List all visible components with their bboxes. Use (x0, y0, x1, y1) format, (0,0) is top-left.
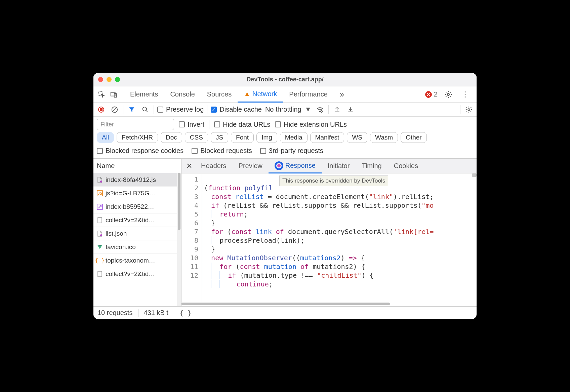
json-file-icon (97, 231, 103, 237)
close-detail-icon[interactable]: ✕ (184, 162, 195, 170)
subtab-initiator[interactable]: Initiator (322, 159, 356, 173)
pretty-print-icon[interactable]: { } (179, 309, 192, 317)
third-party-checkbox[interactable]: 3rd-party requests (260, 147, 323, 155)
tab-performance[interactable]: Performance (283, 86, 334, 102)
request-row[interactable]: index-b859522… (93, 200, 181, 213)
request-row[interactable]: favicon.ico (93, 240, 181, 253)
svg-rect-15 (98, 218, 102, 223)
invert-checkbox[interactable]: Invert (179, 121, 204, 128)
disable-cache-checkbox[interactable]: Disable cache (211, 106, 262, 113)
hide-data-label: Hide data URLs (223, 121, 270, 128)
subtab-response[interactable]: Response (269, 159, 322, 173)
network-settings-icon[interactable] (464, 105, 474, 115)
blocked-requests-checkbox[interactable]: Blocked requests (192, 147, 252, 155)
request-name: favicon.ico (106, 243, 136, 251)
subtab-preview[interactable]: Preview (233, 159, 269, 173)
svg-text:JS: JS (97, 191, 102, 196)
network-conditions-icon[interactable] (315, 105, 325, 115)
devtools-window: DevTools - coffee-cart.app/ Elements Con… (93, 73, 477, 319)
filter-other[interactable]: Other (401, 132, 427, 143)
filter-doc[interactable]: Doc (161, 132, 182, 143)
filter-fetchxhr[interactable]: Fetch/XHR (117, 132, 158, 143)
svg-point-10 (468, 109, 470, 111)
subtab-timing[interactable]: Timing (356, 159, 388, 173)
request-row[interactable]: list.json (93, 227, 181, 240)
request-list: index-8bfa4912.js JS js?id=G-LB75G… inde… (93, 173, 181, 306)
search-icon[interactable] (140, 105, 150, 115)
response-code-view[interactable]: 123456789101112 (function polyfil const … (181, 173, 477, 306)
svg-point-9 (320, 110, 322, 112)
filter-css[interactable]: CSS (185, 132, 208, 143)
request-row[interactable]: index-8bfa4912.js (93, 173, 181, 186)
blocked-req-label: Blocked requests (200, 147, 252, 155)
network-toolbar: Preserve log Disable cache No throttling… (93, 103, 477, 117)
separator (460, 105, 460, 114)
svg-point-8 (319, 111, 320, 112)
filter-all[interactable]: All (97, 132, 114, 143)
filter-input[interactable]: Filter (97, 119, 174, 130)
extra-filter-row: Blocked response cookies Blocked request… (93, 145, 477, 158)
name-column-header[interactable]: Name (93, 159, 181, 173)
request-name: topics-taxonom… (106, 257, 155, 264)
doc-file-icon (97, 217, 103, 223)
filter-img[interactable]: Img (256, 132, 277, 143)
separator (209, 120, 209, 129)
error-count[interactable]: ✕ 2 (425, 90, 438, 98)
request-row[interactable]: { } topics-taxonom… (93, 253, 181, 267)
code-content: (function polyfil const relList = docume… (202, 173, 477, 306)
vue-icon (97, 244, 103, 250)
tab-console[interactable]: Console (164, 86, 201, 102)
request-name: list.json (106, 230, 127, 237)
kebab-menu-icon[interactable]: ⋮ (459, 88, 471, 101)
request-name: collect?v=2&tid… (106, 217, 155, 224)
request-row[interactable]: collect?v=2&tid… (93, 213, 181, 227)
tab-sources[interactable]: Sources (201, 86, 238, 102)
filter-js[interactable]: JS (211, 132, 228, 143)
main-content: Name index-8bfa4912.js JS js?id=G-LB75G…… (93, 158, 477, 306)
separator (328, 105, 329, 114)
third-party-label: 3rd-party requests (269, 147, 323, 155)
error-count-value: 2 (434, 90, 438, 98)
request-list-scrollbar[interactable] (177, 173, 181, 306)
override-indicator-icon (275, 161, 283, 170)
filter-wasm[interactable]: Wasm (370, 132, 398, 143)
filter-icon[interactable] (127, 105, 137, 115)
device-toolbar-icon[interactable] (108, 88, 120, 101)
horizontal-scrollbar[interactable] (181, 302, 472, 306)
filter-ws[interactable]: WS (347, 132, 367, 143)
svg-point-6 (143, 107, 147, 111)
subtab-headers[interactable]: Headers (195, 159, 233, 173)
upload-har-icon[interactable] (332, 105, 342, 115)
request-row[interactable]: JS js?id=G-LB75G… (93, 186, 181, 200)
svg-line-5 (113, 107, 117, 112)
preserve-log-checkbox[interactable]: Preserve log (157, 106, 204, 113)
filter-media[interactable]: Media (280, 132, 308, 143)
filter-manifest[interactable]: Manifest (310, 132, 344, 143)
filter-font[interactable]: Font (231, 132, 254, 143)
clear-button[interactable] (110, 105, 120, 115)
inspect-element-icon[interactable] (95, 88, 108, 101)
hide-ext-label: Hide extension URLs (284, 121, 347, 128)
tab-elements[interactable]: Elements (124, 86, 164, 102)
doc-file-icon (97, 271, 103, 277)
request-count: 10 requests (97, 309, 133, 317)
request-row[interactable]: collect?v=2&tid… (93, 267, 181, 280)
tab-network[interactable]: ▲ Network (238, 87, 283, 103)
record-button[interactable] (96, 105, 106, 115)
more-tabs-button[interactable]: » (334, 86, 350, 102)
separator (154, 105, 154, 114)
detail-tabs: ✕ Headers Preview Response Initiator Tim… (181, 159, 477, 173)
type-filter-row: All Fetch/XHR Doc CSS JS Font Img Media … (93, 130, 477, 145)
filter-row: Filter Invert Hide data URLs Hide extens… (93, 117, 477, 130)
blocked-cookies-checkbox[interactable]: Blocked response cookies (97, 147, 184, 155)
separator (207, 105, 207, 114)
subtab-cookies[interactable]: Cookies (388, 159, 424, 173)
hide-ext-urls-checkbox[interactable]: Hide extension URLs (275, 121, 347, 128)
download-har-icon[interactable] (345, 105, 356, 115)
hide-data-urls-checkbox[interactable]: Hide data URLs (214, 121, 270, 128)
settings-icon[interactable] (442, 88, 454, 101)
request-name: index-8bfa4912.js (106, 176, 156, 184)
vertical-scrollbar[interactable] (472, 173, 477, 177)
transfer-size: 431 kB t (144, 309, 168, 317)
throttling-select[interactable]: No throttling ▼ (265, 106, 312, 113)
